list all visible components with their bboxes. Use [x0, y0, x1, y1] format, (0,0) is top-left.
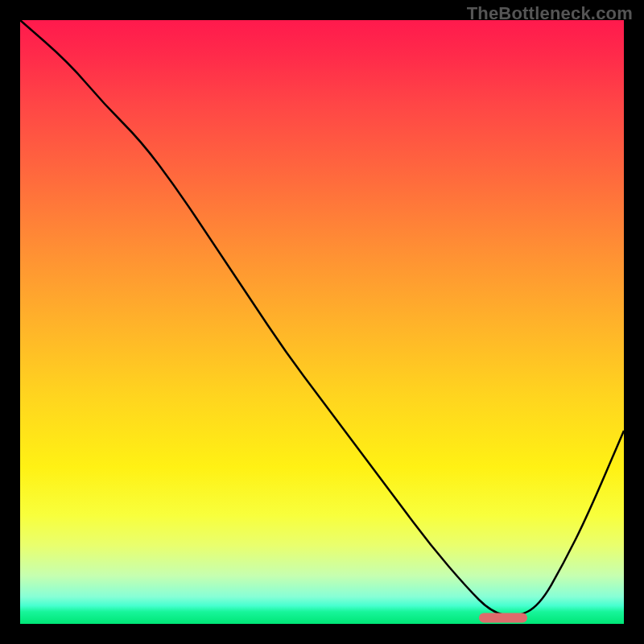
plot-area	[20, 20, 624, 624]
chart-frame: TheBottleneck.com	[0, 0, 644, 644]
optimal-range-marker	[479, 613, 527, 623]
curve-svg	[20, 20, 624, 624]
watermark-text: TheBottleneck.com	[467, 3, 633, 24]
bottleneck-curve	[20, 20, 624, 616]
